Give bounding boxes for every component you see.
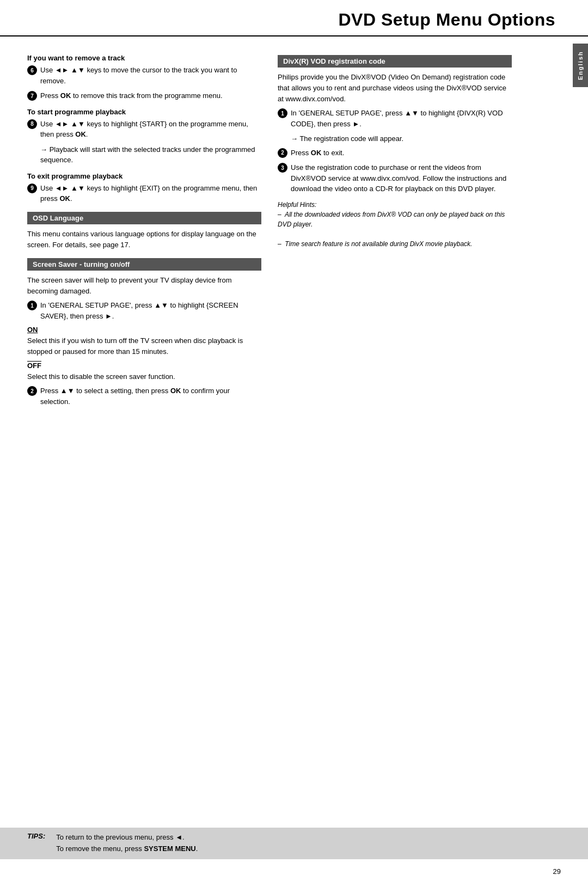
step-6-text: Use ◄► ▲▼ keys to move the cursor to the… xyxy=(40,65,261,86)
exit-playback-heading: To exit programme playback xyxy=(27,172,261,180)
step-8-number: 8 xyxy=(27,119,37,129)
off-label: OFF xyxy=(27,362,261,370)
helpful-hints-section: Helpful Hints: – All the downloaded vide… xyxy=(278,200,512,249)
screen-saver-step1: 1 In 'GENERAL SETUP PAGE', press ▲▼ to h… xyxy=(27,300,261,321)
hint1: – All the downloaded videos from DivX® V… xyxy=(278,211,505,228)
step-8: 8 Use ◄► ▲▼ keys to highlight {START} on… xyxy=(27,119,261,140)
divx-step3-number: 3 xyxy=(278,163,287,173)
divx-intro-text: Philips provide you the DivX®VOD (Video … xyxy=(278,72,512,105)
divx-step1-arrow: The registration code will appear. xyxy=(291,133,512,144)
screen-saver-step1-number: 1 xyxy=(27,301,37,310)
start-playback-heading: To start programme playback xyxy=(27,108,261,116)
tips-label: TIPS: xyxy=(27,832,45,840)
language-tab: English xyxy=(573,44,588,87)
divx-step2-number: 2 xyxy=(278,148,287,158)
screen-saver-text: The screen saver will help to prevent yo… xyxy=(27,275,261,297)
screen-saver-step2-number: 2 xyxy=(27,386,37,396)
divx-step2: 2 Press OK to exit. xyxy=(278,148,512,158)
tips-line2: To remove the menu, press SYSTEM MENU. xyxy=(56,845,198,853)
divx-step2-text: Press OK to exit. xyxy=(291,148,512,158)
remove-track-heading: If you want to remove a track xyxy=(27,54,261,62)
right-column: DivX(R) VOD registration code Philips pr… xyxy=(278,47,512,411)
step-7-number: 7 xyxy=(27,91,37,101)
screen-saver-step2-text: Press ▲▼ to select a setting, then press… xyxy=(40,386,261,407)
divx-step3: 3 Use the registration code to purchase … xyxy=(278,162,512,194)
hint2: – Time search feature is not available d… xyxy=(278,240,472,248)
page-container: DVD Setup Menu Options English If you wa… xyxy=(0,0,588,881)
step-9-text: Use ◄► ▲▼ keys to highlight {EXIT} on th… xyxy=(40,183,261,204)
screen-saver-header: Screen Saver - turning on/off xyxy=(27,258,261,271)
tips-line1: To return to the previous menu, press ◄. xyxy=(56,833,184,841)
step-6: 6 Use ◄► ▲▼ keys to move the cursor to t… xyxy=(27,65,261,86)
title-bar: DVD Setup Menu Options xyxy=(0,0,588,36)
page-title: DVD Setup Menu Options xyxy=(33,10,555,30)
osd-language-header: OSD Language xyxy=(27,212,261,224)
screen-saver-step1-text: In 'GENERAL SETUP PAGE', press ▲▼ to hig… xyxy=(40,300,261,321)
on-label: ON xyxy=(27,326,261,334)
helpful-hints-label: Helpful Hints: xyxy=(278,201,316,209)
step-8-text: Use ◄► ▲▼ keys to highlight {START} on t… xyxy=(40,119,261,140)
divx-header: DivX(R) VOD registration code xyxy=(278,55,512,68)
step-7-text: Press OK to remove this track from the p… xyxy=(40,90,261,101)
page-number: 29 xyxy=(553,867,561,876)
divx-step1-number: 1 xyxy=(278,108,287,118)
step-7: 7 Press OK to remove this track from the… xyxy=(27,90,261,101)
on-text: Select this if you wish to turn off the … xyxy=(27,335,261,357)
left-column: If you want to remove a track 6 Use ◄► ▲… xyxy=(27,47,261,411)
step-9-number: 9 xyxy=(27,183,37,193)
off-text: Select this to disable the screen saver … xyxy=(27,371,261,382)
step-6-number: 6 xyxy=(27,65,37,75)
tips-bold: SYSTEM MENU xyxy=(144,845,195,853)
step-9: 9 Use ◄► ▲▼ keys to highlight {EXIT} on … xyxy=(27,183,261,204)
osd-language-text: This menu contains various language opti… xyxy=(27,229,261,250)
tips-content: To return to the previous menu, press ◄.… xyxy=(56,832,198,855)
divx-step1: 1 In 'GENERAL SETUP PAGE', press ▲▼ to h… xyxy=(278,108,512,129)
screen-saver-step2: 2 Press ▲▼ to select a setting, then pre… xyxy=(27,386,261,407)
tips-bar: TIPS: To return to the previous menu, pr… xyxy=(0,828,588,859)
step-8-arrow: Playback will start with the selected tr… xyxy=(40,144,261,166)
divx-step3-text: Use the registration code to purchase or… xyxy=(291,162,512,194)
divx-step1-text: In 'GENERAL SETUP PAGE', press ▲▼ to hig… xyxy=(291,108,512,129)
main-content: If you want to remove a track 6 Use ◄► ▲… xyxy=(0,36,588,422)
